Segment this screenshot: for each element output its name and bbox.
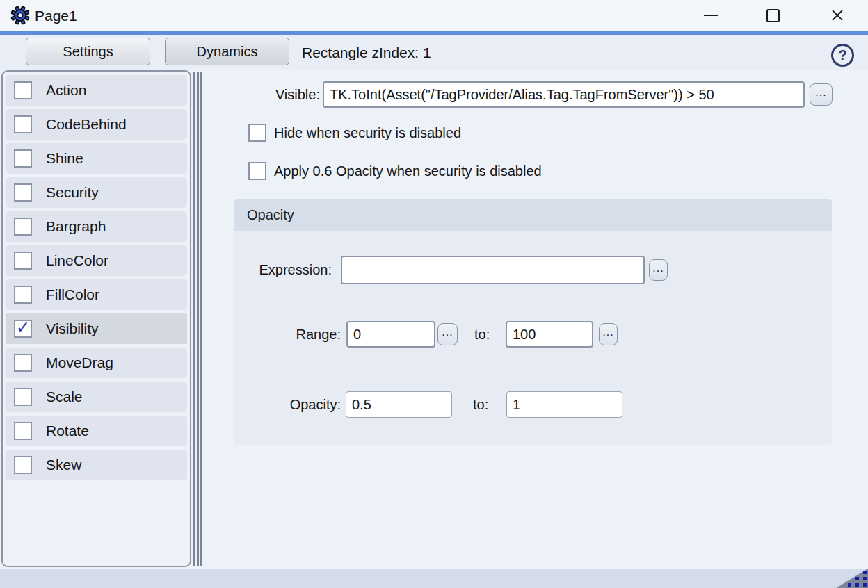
tab-dynamics[interactable]: Dynamics: [165, 38, 289, 65]
range-from-browse-button[interactable]: ...: [437, 323, 458, 345]
security-option-row: Apply 0.6 Opacity when security is disab…: [248, 162, 542, 180]
opacity-group-title: Opacity: [247, 207, 294, 222]
visible-label: Visible:: [202, 81, 320, 108]
help-button[interactable]: ?: [831, 44, 854, 67]
maximize-icon: [766, 9, 780, 22]
range-from-input[interactable]: [346, 321, 435, 348]
gear-icon: [10, 6, 30, 25]
tab-bar: Settings Dynamics Rectangle zIndex: 1: [0, 35, 868, 70]
status-bar: [0, 569, 868, 588]
range-to-label: to:: [474, 321, 492, 348]
visibility-settings-pane: Visible: ... Hide when security is disab…: [0, 70, 868, 569]
range-to-browse-button[interactable]: ...: [599, 323, 618, 345]
security-option-label: Hide when security is disabled: [274, 125, 461, 141]
range-to-input[interactable]: [506, 321, 593, 348]
checkbox[interactable]: [248, 162, 266, 180]
opacity-to-label: to:: [473, 391, 491, 418]
visible-browse-button[interactable]: ...: [810, 83, 833, 106]
maximize-button[interactable]: [757, 0, 789, 31]
question-icon: ?: [838, 47, 846, 63]
expression-input[interactable]: [341, 256, 645, 284]
security-option-label: Apply 0.6 Opacity when security is disab…: [274, 163, 542, 179]
page-title: Rectangle zIndex: 1: [302, 35, 431, 71]
minimize-button[interactable]: [695, 0, 727, 31]
checkbox[interactable]: [248, 124, 266, 142]
close-icon: [830, 8, 845, 23]
window-title: Page1: [35, 0, 77, 31]
visible-expression-input[interactable]: [323, 81, 805, 108]
tab-settings[interactable]: Settings: [26, 38, 150, 65]
close-button[interactable]: [821, 0, 853, 31]
resize-grip-icon: [836, 569, 868, 588]
resize-grip[interactable]: [836, 569, 868, 588]
titlebar: Page1: [0, 0, 868, 31]
opacity-from-input[interactable]: [346, 391, 452, 418]
expression-label: Expression:: [234, 256, 332, 284]
opacity-group-header: Opacity: [234, 199, 832, 231]
opacity-group: Opacity Expression: ... Range: ... to: .…: [234, 199, 832, 445]
security-options: Hide when security is disabled Apply 0.6…: [248, 124, 542, 200]
opacity-to-input[interactable]: [506, 391, 622, 418]
minimize-icon: [704, 15, 718, 16]
security-option-row: Hide when security is disabled: [248, 124, 542, 142]
expression-browse-button[interactable]: ...: [649, 259, 668, 281]
range-label: Range:: [234, 321, 341, 348]
dialog-body: Action CodeBehind Shine Security Bargrap…: [0, 70, 868, 569]
dialog-window: Page1 Settings Dynamics Rectangle zIndex…: [0, 0, 868, 588]
opacity-label: Opacity:: [234, 391, 341, 418]
